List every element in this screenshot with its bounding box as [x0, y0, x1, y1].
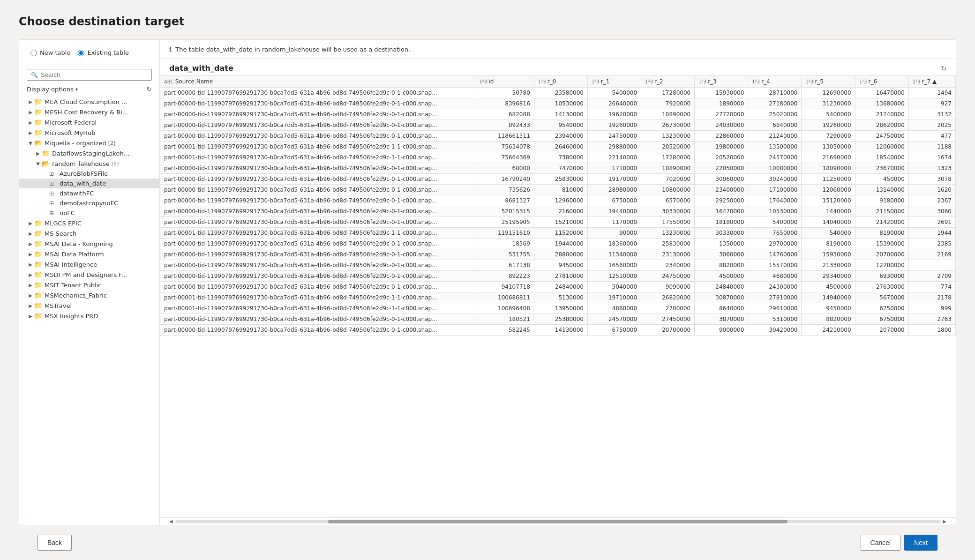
table-icon: ⊞: [49, 180, 58, 187]
table-cell: 13230000: [641, 228, 695, 239]
tree-item-ms-myhub[interactable]: ▶ 📁 Microsoft MyHub: [19, 127, 159, 138]
tree-item-msdi-pm[interactable]: ▶ 📁 MSDI PM and Designers F...: [19, 269, 159, 280]
table-cell: 2025: [908, 120, 955, 131]
tree-item-mstravel[interactable]: ▶ 📁 MSTravel: [19, 300, 159, 311]
tree-item-datawithfc[interactable]: ⊞ datawithFC: [19, 188, 159, 198]
table-cell: 100696408: [475, 303, 534, 314]
col-header-r3[interactable]: 1²3 r_3: [695, 76, 748, 88]
search-wrapper[interactable]: 🔍: [27, 69, 152, 81]
table-cell: part-00001-tid-11990797699291730-b0ca7dd…: [160, 292, 475, 303]
table-cell: 1800: [908, 325, 955, 336]
table-cell: 2763: [908, 314, 955, 325]
scroll-right-arrow[interactable]: ▶: [943, 519, 946, 524]
next-button[interactable]: Next: [904, 535, 938, 551]
table-cell: 2340000: [641, 260, 695, 271]
tree-item-data-with-date[interactable]: ⊞ data_with_date: [19, 179, 159, 188]
col-header-r6[interactable]: 1²3 r_6: [855, 76, 908, 88]
tree-item-random-lakehouse[interactable]: ▼ 📂 random_lakehouse [5]: [19, 158, 159, 169]
table-cell: 25195905: [475, 217, 534, 228]
tree-item-nofc[interactable]: ⊞ noFC: [19, 208, 159, 218]
tree-item-label: MSIT Tenant Public: [45, 282, 101, 289]
table-cell: 1323: [908, 163, 955, 174]
folder-icon: 📁: [34, 119, 43, 126]
table-cell: 23400000: [695, 185, 748, 195]
table-cell: part-00000-tid-11990797699291730-b0ca7dd…: [160, 195, 475, 206]
refresh-icon[interactable]: ↻: [146, 85, 152, 93]
search-input[interactable]: [41, 71, 148, 78]
col-header-r2[interactable]: 1²3 r_2: [641, 76, 695, 88]
tree-item-msmechanics[interactable]: ▶ 📁 MSMechanics_Fabric: [19, 290, 159, 300]
table-row: part-00001-tid-11990797699291730-b0ca7dd…: [160, 303, 956, 314]
table-cell: 5670000: [855, 292, 908, 303]
tree-item-azure-blob[interactable]: ⊞ AzureBlobFSFile: [19, 169, 159, 179]
table-row: part-00000-tid-11990797699291730-b0ca7dd…: [160, 325, 956, 336]
table-row: part-00000-tid-11990797699291730-b0ca7dd…: [160, 163, 956, 174]
tree-item-mlgcs[interactable]: ▶ 📁 MLGCS EPIC: [19, 218, 159, 228]
table-cell: 23580000: [534, 88, 587, 98]
tree-item-ms-federal[interactable]: ▶ 📁 Microsoft Federal: [19, 117, 159, 127]
tree-item-ms-search[interactable]: ▶ 📁 MS Search: [19, 228, 159, 239]
tree-item-msit[interactable]: ▶ 📁 MSIT Tenant Public: [19, 280, 159, 290]
existing-table-option[interactable]: Existing table: [74, 47, 133, 58]
tree-item-msai-platform[interactable]: ▶ 📁 MSAI Data Platform: [19, 249, 159, 259]
table-cell: part-00001-tid-11990797699291730-b0ca7dd…: [160, 303, 475, 314]
table-cell: 2385: [908, 239, 955, 249]
back-button[interactable]: Back: [38, 535, 72, 551]
info-message: The table data_with_date in random_lakeh…: [175, 46, 410, 53]
table-cell: 29250000: [695, 195, 748, 206]
tree-container[interactable]: ▶ 📁 MEA Cloud Consumption ... ▶ 📁 MESH C…: [19, 95, 159, 525]
table-cell: 27630000: [855, 282, 908, 292]
table-row: part-00000-tid-11990797699291730-b0ca7dd…: [160, 271, 956, 282]
data-table-wrapper[interactable]: ABC Source.Name 1²3 id 1²3 r_0 1²3 r_1 1…: [160, 75, 956, 515]
col-header-r0[interactable]: 1²3 r_0: [534, 76, 587, 88]
table-cell: [908, 260, 955, 271]
tree-item-dataflows[interactable]: ▶ 📁 DataflowsStagingLakeh...: [19, 148, 159, 158]
tree-item-miquella[interactable]: ▼ 📂 Miquella - organized [2]: [19, 138, 159, 148]
chevron-icon: ▶: [27, 130, 34, 135]
folder-icon: 📁: [34, 98, 43, 105]
new-table-radio[interactable]: [30, 50, 37, 56]
tree-item-demofastcopy[interactable]: ⊞ demofastcopynoFC: [19, 198, 159, 208]
table-cell: 4500000: [802, 282, 855, 292]
horizontal-scrollbar[interactable]: [175, 520, 941, 523]
col-header-r7[interactable]: 1²3 r_7 ▲: [908, 76, 955, 88]
table-cell: 1890000: [695, 98, 748, 109]
table-cell: 5040000: [587, 282, 641, 292]
table-cell: 17280000: [641, 152, 695, 163]
table-type-selector: New table Existing table: [19, 47, 159, 64]
col-header-r4[interactable]: 1²3 r_4: [748, 76, 802, 88]
table-cell: 1350000: [695, 239, 748, 249]
scroll-left-arrow[interactable]: ◀: [169, 519, 173, 524]
table-refresh-icon[interactable]: ↻: [941, 65, 946, 72]
col-header-r5[interactable]: 1²3 r_5: [802, 76, 855, 88]
folder-icon: 📁: [34, 230, 43, 237]
table-cell: part-00000-tid-11990797699291730-b0ca7dd…: [160, 206, 475, 217]
table-cell: part-00001-tid-11990797699291730-b0ca7dd…: [160, 142, 475, 152]
existing-table-radio[interactable]: [78, 50, 84, 56]
table-cell: part-00000-tid-11990797699291730-b0ca7dd…: [160, 239, 475, 249]
cancel-button[interactable]: Cancel: [861, 535, 901, 551]
col-header-id[interactable]: 1²3 id: [475, 76, 534, 88]
tree-item-label: Microsoft MyHub: [45, 129, 95, 136]
table-row: part-00000-tid-11990797699291730-b0ca7dd…: [160, 239, 956, 249]
tree-item-msx-insights[interactable]: ▶ 📁 MSX Insights PRD: [19, 311, 159, 321]
tree-item-mesh[interactable]: ▶ 📁 MESH Cost Recovery & Bi...: [19, 107, 159, 117]
folder-icon: 📁: [34, 291, 43, 299]
col-header-source-name[interactable]: ABC Source.Name: [160, 76, 475, 88]
tree-item-msai-intelligence[interactable]: ▶ 📁 MSAI Intelligence: [19, 259, 159, 269]
tree-item-mea[interactable]: ▶ 📁 MEA Cloud Consumption ...: [19, 97, 159, 107]
tree-item-msai-kongming[interactable]: ▶ 📁 MSAI Data - Kongming: [19, 239, 159, 249]
table-cell: 7920000: [641, 98, 695, 109]
table-row: part-00000-tid-11990797699291730-b0ca7dd…: [160, 131, 956, 142]
chevron-icon: ▶: [34, 151, 42, 156]
table-cell: 25830000: [534, 174, 587, 185]
display-options-button[interactable]: Display options ▾: [27, 86, 78, 93]
table-cell: 2160000: [534, 206, 587, 217]
col-header-r1[interactable]: 1²3 r_1: [587, 76, 641, 88]
tree-item-label: data_with_date: [60, 180, 106, 187]
table-cell: 24750000: [587, 131, 641, 142]
new-table-option[interactable]: New table: [27, 47, 74, 58]
table-cell: 19440000: [587, 206, 641, 217]
table-cell: part-00000-tid-11990797699291730-b0ca7dd…: [160, 98, 475, 109]
table-cell: 4500000: [695, 271, 748, 282]
